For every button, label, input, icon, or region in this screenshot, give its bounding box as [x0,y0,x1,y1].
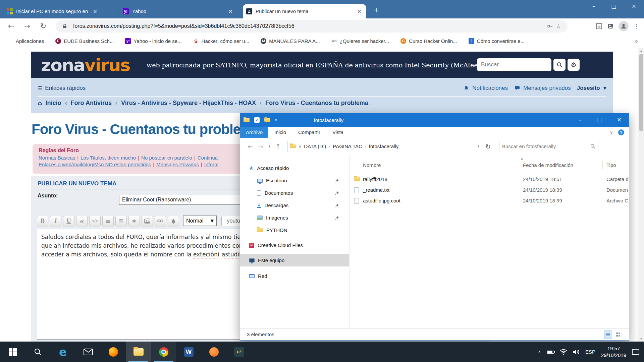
droplet-button[interactable] [168,216,179,226]
breadcrumb-foro-antivirus[interactable]: Foro Antivirus [71,100,112,107]
scroll-up-icon[interactable]: ▴ [638,48,644,53]
recent-locations-icon[interactable]: ▾ [266,144,273,148]
help-icon[interactable]: ? [618,129,624,135]
ribbon-collapse-icon[interactable]: ∨ [610,130,613,135]
page-scrollbar[interactable]: ▴ ▾ [638,48,644,342]
action-center-icon[interactable] [632,349,639,355]
taskbar-file-explorer[interactable] [126,342,151,362]
bookmark-star-icon[interactable]: ☆ [554,22,563,31]
taskbar-chrome[interactable] [151,342,176,362]
column-fecha[interactable]: Fecha de modificación [523,162,573,168]
taskbar-xampp[interactable] [201,342,226,362]
forward-icon[interactable]: → [256,143,266,150]
format-select[interactable]: Normal ▼ [183,216,217,226]
rules-link[interactable]: Normas Basicas [39,155,75,161]
rules-link[interactable]: Mensajes Privados [156,162,199,167]
extension-icon[interactable] [596,23,602,29]
path-segment-data-d[interactable]: DATA (D:) [304,143,326,149]
user-dropdown-icon[interactable]: ▼ [603,86,606,90]
sidebar-item-escritorio[interactable]: Escritorio [240,174,349,187]
taskbar-undo-app[interactable]: ↩ [226,342,252,362]
file-row-rallyfff2018[interactable]: rallyfff2018 24/10/2019 18:51 Carpeta d [350,174,629,185]
username-link[interactable]: Josesito [577,85,600,92]
profile-avatar[interactable] [619,21,629,31]
quote-button[interactable]: “ [76,216,88,226]
asterisk-button[interactable]: ∗ [128,216,140,226]
scroll-down-icon[interactable]: ▾ [638,336,644,342]
tab-close-icon[interactable]: × [356,8,363,15]
sidebar-item-python[interactable]: PYTHON [240,224,349,236]
bookmarks-overflow-icon[interactable]: » [634,38,638,45]
clock[interactable]: 19:57 29/10/2019 [601,345,626,359]
taskbar-word[interactable]: W [176,342,201,362]
back-icon[interactable]: ← [246,143,256,150]
scrollbar-thumb[interactable] [639,54,643,131]
wifi-icon[interactable] [560,349,567,355]
details-view-button[interactable] [604,330,612,339]
notifications-link[interactable]: Notificaciones [472,85,508,92]
taskbar-edge[interactable]: e [50,342,75,362]
check-icon[interactable]: ✓ [254,117,260,123]
key-icon[interactable] [545,22,554,31]
sidebar-item-imagenes[interactable]: Imágenes [240,212,349,224]
address-path-box[interactable]: « DATA (D:) › PAGINA TAC › fotosfacerall… [287,141,482,152]
path-segment-pagina-tac[interactable]: PAGINA TAC [333,143,362,149]
site-settings-button[interactable]: ⚙ [568,59,580,71]
refresh-icon[interactable]: ↻ [482,143,494,150]
italic-button[interactable]: I [50,216,61,226]
apps-shortcut[interactable]: Aplicaciones [7,38,44,44]
breadcrumb-foro-virus[interactable]: Foro Virus - Cuentanos tu problema [265,100,368,107]
explorer-search-input[interactable] [502,143,590,149]
home-icon[interactable]: ⌂ [38,99,42,107]
taskbar-search-button[interactable] [25,342,50,362]
link-button[interactable] [155,216,166,226]
path-segment-fotosfacerally[interactable]: fotosfacerally [369,143,398,149]
tab-publicar-nuevo-tema[interactable]: Z Publicar un nuevo tema × [243,4,366,18]
address-dropdown-icon[interactable]: ▾ [477,144,479,148]
bookmark-eude[interactable]: E EUDE Business Sch... [55,38,114,44]
battery-icon[interactable] [547,350,554,354]
extension-icon[interactable] [607,23,614,29]
code-button[interactable]: </> [89,216,101,226]
taskbar-firefox[interactable] [101,342,126,362]
bookmark-como-convertirse[interactable]: ⋮ Cómo convertirse e... [469,38,525,44]
new-folder-icon[interactable] [264,118,270,122]
path-collapsed-icon[interactable]: « [299,143,302,149]
bookmark-hacker[interactable]: S Hacker: cómo ser u... [193,38,250,44]
maximize-button[interactable]: □ [604,0,624,13]
breadcrumb-virus-antivirus[interactable]: Virus - Antivirus - Spyware - HijackThis… [121,100,256,107]
rules-link[interactable]: Continua [198,155,218,161]
taskbar-mail[interactable] [75,342,101,362]
menu-inicio[interactable]: Inicio [268,129,292,135]
private-messages-link[interactable]: Mensajes privados [523,85,571,92]
breadcrumb-inicio[interactable]: Inicio [46,100,61,107]
maximize-button[interactable]: □ [590,113,609,127]
column-separator[interactable] [519,161,519,169]
tab-close-icon[interactable]: × [91,8,99,15]
speaker-icon[interactable] [573,349,580,355]
url-text[interactable]: foros.zonavirus.com/posting.php?f=5&mode… [73,23,545,29]
rules-link[interactable]: No postear en paralelo [141,155,192,161]
sidebar-item-descargas[interactable]: ↓ Descargas [240,199,349,212]
tab-yahoo[interactable]: y! Yahoo × [119,4,237,18]
site-search-input[interactable] [477,58,551,71]
sidebar-item-acceso-rapido[interactable]: ★ Acceso rápido [240,162,349,174]
bookmark-yahoo[interactable]: y! Yahoo - inicio de se... [125,38,181,44]
menu-burger-icon[interactable]: ☰ [38,85,42,92]
rules-link[interactable]: Enlaces a web/mail/blog/Msn NO estan per… [39,162,151,167]
bookmark-curso-hacker[interactable]: C Curso Hacker Onlin... [400,38,457,44]
bookmark-manuales[interactable]: M MANUALES PARA A... [261,38,320,44]
image-button[interactable] [142,216,153,226]
site-search-button[interactable] [553,59,566,71]
language-indicator[interactable]: ESP [585,349,595,355]
start-button[interactable] [0,342,25,362]
address-bar[interactable]: foros.zonavirus.com/posting.php?f=5&mode… [56,20,568,33]
bullet-list-button[interactable]: ≡ [102,216,114,226]
underline-button[interactable]: U [63,216,74,226]
sidebar-item-red[interactable]: Red [240,270,349,282]
explorer-search-box[interactable] [499,141,598,152]
forward-icon[interactable]: → [21,20,33,32]
tab-close-icon[interactable]: × [227,8,234,15]
file-row-readme[interactable]: _readme.txt 24/10/2019 18:39 Documen [350,185,629,196]
new-tab-button[interactable]: + [372,5,382,15]
